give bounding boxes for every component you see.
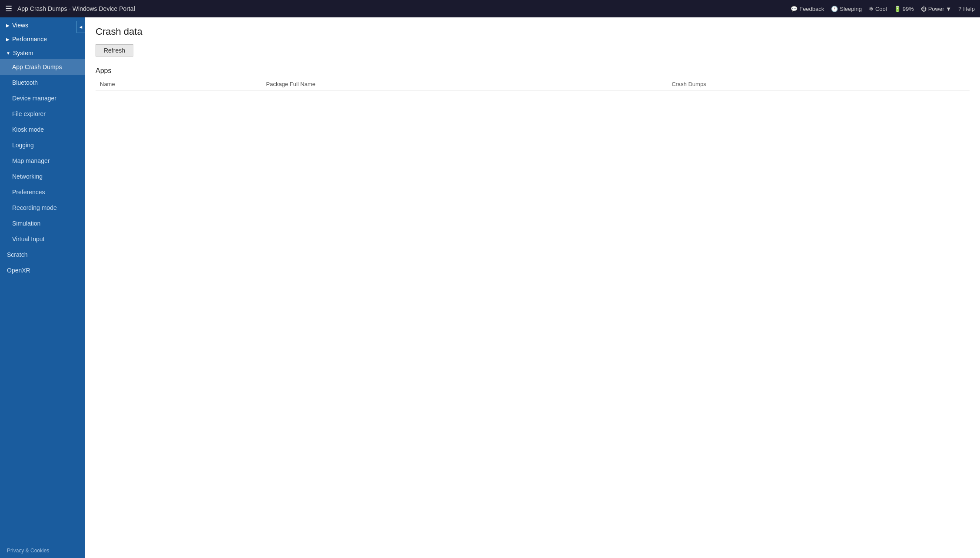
sidebar-item-simulation[interactable]: Simulation	[0, 216, 85, 231]
top-actions: 💬 Feedback 🕐 Sleeping ❄ Cool 🔋 99% ⏻ Pow…	[791, 6, 975, 12]
cool-label: Cool	[875, 6, 887, 12]
sleeping-action[interactable]: 🕐 Sleeping	[831, 6, 862, 12]
column-header-crash-dumps: Crash Dumps	[667, 78, 970, 90]
power-icon: ⏻	[921, 6, 927, 12]
page-title: Crash data	[96, 26, 970, 37]
sidebar-section-system[interactable]: ▼ System	[0, 45, 85, 59]
power-action[interactable]: ⏻ Power ▼	[921, 6, 951, 12]
battery-action[interactable]: 🔋 99%	[894, 6, 914, 12]
sidebar-item-recording-mode[interactable]: Recording mode	[0, 200, 85, 216]
feedback-label: Feedback	[799, 6, 824, 12]
views-label: Views	[12, 22, 28, 29]
performance-arrow: ▶	[6, 37, 10, 42]
column-header-name: Name	[96, 78, 262, 90]
main-layout: ◄ ▶ Views ▶ Performance ▼ System App Cra…	[0, 17, 980, 558]
sidebar-item-logging[interactable]: Logging	[0, 137, 85, 153]
sleeping-label: Sleeping	[840, 6, 862, 12]
system-arrow: ▼	[6, 51, 10, 56]
help-icon: ?	[958, 6, 961, 12]
sidebar-item-map-manager[interactable]: Map manager	[0, 153, 85, 169]
apps-section-title: Apps	[96, 67, 970, 75]
refresh-button[interactable]: Refresh	[96, 44, 133, 56]
menu-icon[interactable]: ☰	[5, 4, 12, 13]
cool-action[interactable]: ❄ Cool	[869, 6, 887, 12]
cool-icon: ❄	[869, 6, 874, 12]
topbar: ☰ App Crash Dumps - Windows Device Porta…	[0, 0, 980, 17]
sleeping-icon: 🕐	[831, 6, 838, 12]
power-label: Power ▼	[928, 6, 951, 12]
sidebar-item-openxr[interactable]: OpenXR	[0, 262, 85, 278]
privacy-cookies-link[interactable]: Privacy & Cookies	[0, 543, 85, 558]
battery-icon: 🔋	[894, 6, 901, 12]
performance-label: Performance	[12, 36, 47, 43]
sidebar-item-bluetooth[interactable]: Bluetooth	[0, 75, 85, 90]
app-title: App Crash Dumps - Windows Device Portal	[17, 5, 791, 12]
column-header-package-full-name: Package Full Name	[262, 78, 668, 90]
sidebar-item-app-crash-dumps[interactable]: App Crash Dumps	[0, 59, 85, 75]
sidebar-item-file-explorer[interactable]: File explorer	[0, 106, 85, 122]
sidebar-item-device-manager[interactable]: Device manager	[0, 90, 85, 106]
help-label: Help	[963, 6, 975, 12]
sidebar-item-preferences[interactable]: Preferences	[0, 184, 85, 200]
feedback-icon: 💬	[791, 6, 798, 12]
sidebar: ◄ ▶ Views ▶ Performance ▼ System App Cra…	[0, 17, 85, 558]
sidebar-item-networking[interactable]: Networking	[0, 169, 85, 184]
system-label: System	[13, 50, 33, 56]
sidebar-section-views[interactable]: ▶ Views	[0, 17, 85, 31]
views-arrow: ▶	[6, 23, 10, 28]
help-action[interactable]: ? Help	[958, 6, 975, 12]
main-content: Crash data Refresh Apps Name Package Ful…	[85, 17, 980, 558]
sidebar-item-scratch[interactable]: Scratch	[0, 247, 85, 262]
battery-label: 99%	[903, 6, 914, 12]
sidebar-item-virtual-input[interactable]: Virtual Input	[0, 231, 85, 247]
sidebar-section-performance[interactable]: ▶ Performance	[0, 31, 85, 45]
content-inner: Crash data Refresh Apps Name Package Ful…	[85, 17, 980, 558]
sidebar-item-kiosk-mode[interactable]: Kiosk mode	[0, 122, 85, 137]
crash-data-table: Name Package Full Name Crash Dumps	[96, 78, 970, 90]
sidebar-collapse-button[interactable]: ◄	[76, 21, 85, 33]
feedback-action[interactable]: 💬 Feedback	[791, 6, 824, 12]
table-header-row: Name Package Full Name Crash Dumps	[96, 78, 970, 90]
